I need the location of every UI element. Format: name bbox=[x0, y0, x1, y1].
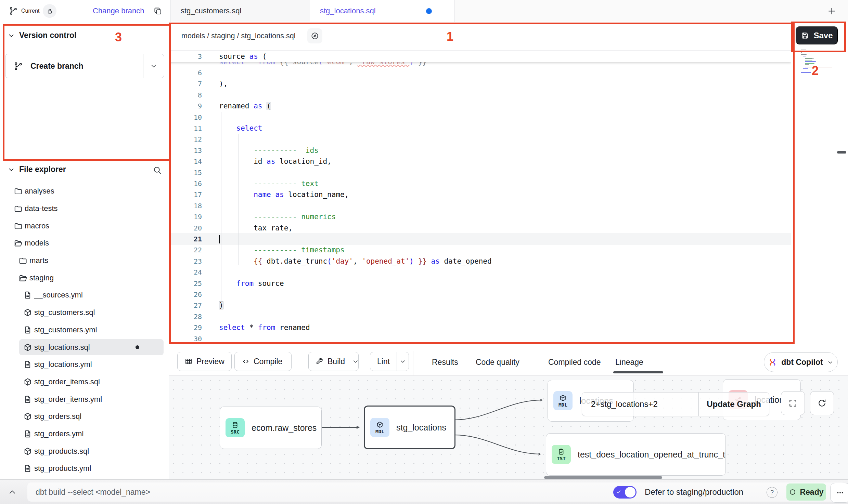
editor-tab-stg_customers.sql[interactable]: stg_customers.sql bbox=[170, 0, 310, 22]
overflow-menu-button[interactable] bbox=[830, 483, 848, 503]
defer-toggle[interactable] bbox=[613, 486, 637, 499]
defer-label: Defer to staging/production bbox=[645, 480, 743, 504]
lint-button[interactable]: Lint bbox=[370, 352, 409, 371]
code-line-30: 30 bbox=[169, 333, 791, 344]
minimap-line bbox=[805, 58, 814, 59]
lineage-graph[interactable]: SRCecom.raw_storesMDLstg_locationsMDLloc… bbox=[169, 376, 848, 479]
editor-breadcrumb-row: models / staging / stg_locations.sql bbox=[169, 22, 791, 50]
code-line-6: 6 bbox=[169, 67, 791, 78]
file-tree-item-stg_customers.sql[interactable]: stg_customers.sql bbox=[0, 304, 169, 321]
file-tree-item-analyses[interactable]: analyses bbox=[0, 183, 169, 200]
file-tree-item-stg_order_items.yml[interactable]: stg_order_items.yml bbox=[0, 390, 169, 408]
lineage-node-test_does_location_opened_at_trunc_t...[interactable]: TSTtest_does_location_opened_at_trunc_t.… bbox=[546, 433, 726, 476]
file-tree-item-marts[interactable]: marts bbox=[0, 252, 169, 269]
file-tree-item-stg_order_items.sql[interactable]: stg_order_items.sql bbox=[0, 373, 169, 391]
lint-dropdown[interactable] bbox=[397, 352, 409, 371]
file-tree-item-stg_locations.yml[interactable]: stg_locations.yml bbox=[0, 356, 169, 373]
search-icon[interactable] bbox=[153, 165, 162, 175]
code-line-14: 14 id as location_id, bbox=[169, 156, 791, 167]
code-line-22: 22 ---------- timestamps bbox=[169, 244, 791, 255]
search-icon[interactable] bbox=[153, 165, 162, 175]
new-tab-plus-icon[interactable] bbox=[827, 6, 837, 16]
command-placeholder: dbt build --select <model_name> bbox=[36, 480, 150, 504]
file-tree-item-stg_products.sql[interactable]: stg_products.sql bbox=[0, 442, 169, 460]
file-tree-item-data-tests[interactable]: data-tests bbox=[0, 200, 169, 217]
src-badge: SRC bbox=[226, 418, 245, 437]
file-icon bbox=[23, 464, 32, 473]
file-name: stg_customers.yml bbox=[34, 326, 97, 334]
file-tree-item-__sources.yml[interactable]: __sources.yml bbox=[0, 287, 169, 304]
editor-right-column: Save bbox=[791, 22, 848, 351]
panel-resize-handle[interactable] bbox=[837, 151, 846, 154]
minimap-line bbox=[803, 68, 808, 69]
fullscreen-button[interactable] bbox=[781, 391, 805, 415]
version-control-title: Version control bbox=[19, 31, 76, 40]
editor-tab-stg_locations.sql[interactable]: stg_locations.sql bbox=[310, 0, 454, 22]
help-icon[interactable]: ? bbox=[767, 487, 778, 498]
editor-pane[interactable]: models / staging / stg_locations.sql 67)… bbox=[169, 22, 791, 351]
mdl-badge: MDL bbox=[370, 418, 389, 437]
lineage-node-stg_locations[interactable]: MDLstg_locations bbox=[364, 406, 455, 449]
compile-button[interactable]: Compile bbox=[234, 352, 292, 371]
minimap-line bbox=[801, 54, 807, 55]
preview-button[interactable]: Preview bbox=[177, 352, 232, 371]
file-name: models bbox=[25, 239, 49, 248]
build-dropdown[interactable] bbox=[352, 352, 359, 371]
panel-tab-code-quality[interactable]: Code quality bbox=[476, 351, 519, 373]
panel-tab-lineage[interactable]: Lineage bbox=[615, 351, 643, 373]
horizontal-scrollbar[interactable] bbox=[544, 476, 662, 479]
dbt-copilot-button[interactable]: dbt Copilot bbox=[764, 352, 838, 372]
code-editor[interactable]: 67),89renamed as (1011 select1213 ------… bbox=[169, 51, 791, 351]
minimap-line bbox=[801, 72, 811, 73]
code-minimap[interactable] bbox=[801, 50, 838, 74]
file-name: data-tests bbox=[25, 204, 58, 213]
cube-icon bbox=[23, 412, 32, 421]
file-tree-item-stg_customers.yml[interactable]: stg_customers.yml bbox=[0, 321, 169, 339]
compass-icon[interactable] bbox=[310, 31, 319, 40]
file-tree-item-macros[interactable]: macros bbox=[0, 217, 169, 235]
chevron-up-icon[interactable] bbox=[8, 487, 17, 497]
change-branch-label: Change branch bbox=[93, 6, 144, 15]
file-tree-item-stg_orders.sql[interactable]: stg_orders.sql bbox=[0, 408, 169, 425]
file-tree-item-staging[interactable]: staging bbox=[0, 269, 169, 287]
code-line-20: 20 tax_rate, bbox=[169, 223, 791, 234]
create-branch-dropdown[interactable] bbox=[143, 54, 164, 78]
refresh-button[interactable] bbox=[810, 391, 834, 415]
file-name: stg_orders.yml bbox=[34, 429, 83, 438]
save-button[interactable]: Save bbox=[796, 26, 838, 44]
chevron-up-icon[interactable] bbox=[8, 487, 17, 497]
build-button[interactable]: Build bbox=[308, 352, 359, 371]
cube-icon bbox=[23, 343, 32, 352]
current-branch-indicator[interactable]: Current bbox=[9, 0, 56, 22]
folder-open-icon bbox=[14, 239, 23, 248]
git-branch-icon bbox=[14, 62, 23, 71]
version-control-header[interactable]: Version control bbox=[8, 31, 76, 40]
file-name: stg_customers.sql bbox=[34, 308, 95, 317]
file-name: stg_products.sql bbox=[34, 447, 89, 456]
panel-tab-results[interactable]: Results bbox=[432, 351, 458, 373]
code-line-29: 29select * from renamed bbox=[169, 322, 791, 333]
update-graph-button[interactable]: Update Graph bbox=[699, 393, 769, 416]
code-line-25: 25 from source bbox=[169, 278, 791, 289]
plus-icon[interactable] bbox=[827, 6, 837, 16]
open-docs-icon[interactable] bbox=[307, 28, 322, 43]
code-line-28: 28 bbox=[169, 311, 791, 322]
code-line-11: 11 select bbox=[169, 123, 791, 134]
lineage-node-ecom.raw_stores[interactable]: SRCecom.raw_stores bbox=[220, 407, 322, 449]
copy-icon[interactable] bbox=[153, 6, 163, 16]
file-tree-item-models[interactable]: models bbox=[0, 235, 169, 252]
lineage-selector-input[interactable] bbox=[582, 393, 698, 416]
copy-icon[interactable] bbox=[153, 6, 163, 16]
tabstrip-empty bbox=[454, 0, 848, 22]
ready-label: Ready bbox=[800, 488, 823, 497]
panel-tab-compiled-code[interactable]: Compiled code bbox=[548, 351, 601, 373]
file-name: stg_locations.sql bbox=[34, 343, 90, 352]
file-tree-item-stg_orders.yml[interactable]: stg_orders.yml bbox=[0, 425, 169, 443]
file-explorer-header[interactable]: File explorer bbox=[8, 165, 66, 174]
change-branch-link[interactable]: Change branch bbox=[93, 0, 144, 22]
file-tree-item-stg_locations.sql[interactable]: stg_locations.sql bbox=[0, 339, 169, 356]
minimap-line bbox=[801, 52, 802, 53]
file-tree-item-stg_products.yml[interactable]: stg_products.yml bbox=[0, 460, 169, 477]
tab-label: stg_customers.sql bbox=[170, 6, 241, 15]
create-branch-button[interactable]: Create branch bbox=[5, 54, 164, 78]
